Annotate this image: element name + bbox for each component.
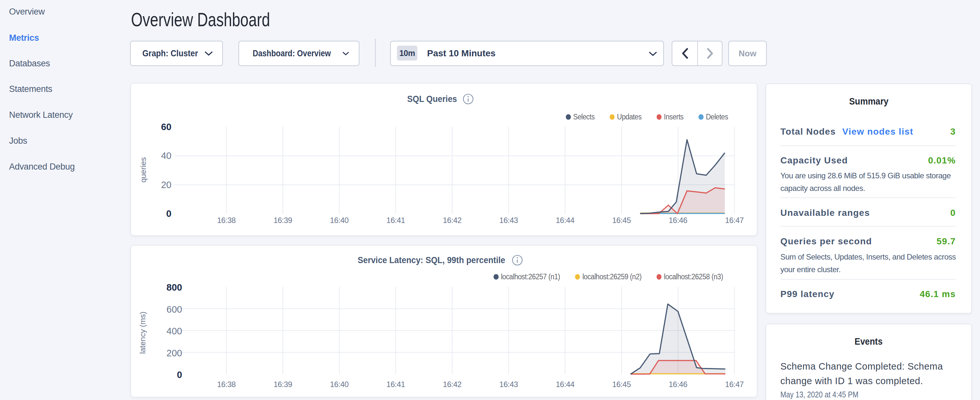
svg-text:16:39: 16:39 [274,380,292,389]
svg-text:16:47: 16:47 [725,380,744,389]
svg-text:16:38: 16:38 [217,380,236,389]
svg-text:16:45: 16:45 [612,216,631,225]
svg-text:200: 200 [167,348,182,358]
svg-text:16:44: 16:44 [556,216,574,225]
svg-text:16:45: 16:45 [612,380,631,389]
svg-text:16:42: 16:42 [443,216,462,225]
svg-text:16:40: 16:40 [330,216,349,225]
svg-text:16:43: 16:43 [499,216,518,225]
svg-text:0: 0 [166,209,172,219]
svg-text:600: 600 [167,304,182,315]
svg-text:16:38: 16:38 [217,216,236,225]
svg-text:queries: queries [139,157,148,183]
svg-text:16:41: 16:41 [386,380,405,389]
svg-text:16:47: 16:47 [725,216,744,225]
svg-text:400: 400 [167,326,182,336]
svg-text:16:44: 16:44 [556,380,574,389]
svg-text:latency (ms): latency (ms) [138,312,147,354]
svg-text:0: 0 [177,370,182,380]
svg-text:16:39: 16:39 [274,216,292,225]
svg-text:20: 20 [161,180,172,190]
svg-text:16:42: 16:42 [443,380,462,389]
svg-text:16:46: 16:46 [669,216,687,225]
svg-text:40: 40 [161,150,172,161]
svg-text:16:43: 16:43 [499,380,518,389]
svg-text:800: 800 [167,282,182,293]
svg-text:16:46: 16:46 [669,380,687,389]
svg-text:60: 60 [161,122,172,132]
svg-text:16:40: 16:40 [330,380,349,389]
svg-text:16:41: 16:41 [386,216,405,225]
